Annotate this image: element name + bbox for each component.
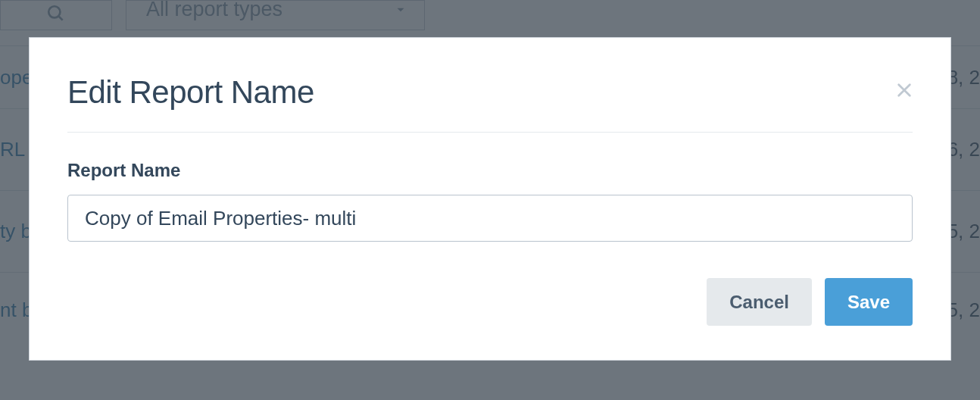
save-button[interactable]: Save (825, 278, 913, 326)
cancel-button[interactable]: Cancel (707, 278, 812, 326)
report-name-label: Report Name (67, 160, 913, 181)
close-button[interactable] (893, 79, 916, 102)
edit-report-name-modal: Edit Report Name Report Name Cancel Save (29, 37, 951, 361)
modal-title: Edit Report Name (67, 74, 314, 111)
report-name-input[interactable] (67, 195, 913, 242)
close-icon (896, 82, 913, 98)
modal-overlay: Edit Report Name Report Name Cancel Save (0, 0, 980, 400)
